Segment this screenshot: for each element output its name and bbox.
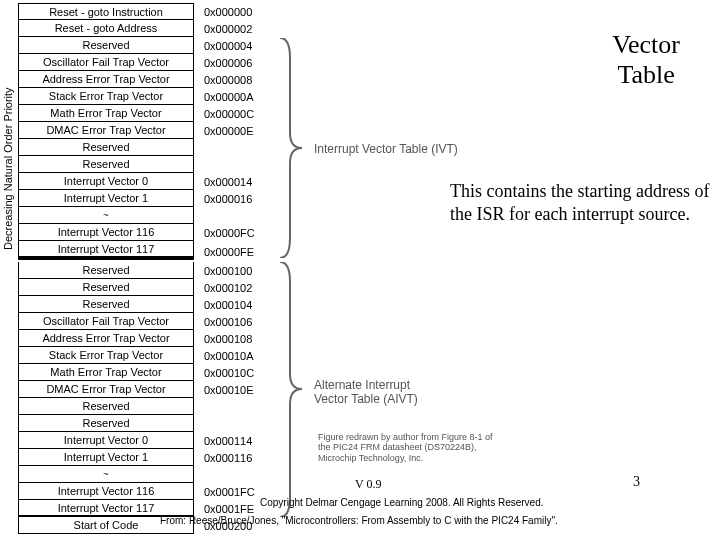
row-label: Reserved	[18, 37, 194, 54]
page-number: 3	[633, 474, 640, 490]
addr	[200, 156, 275, 173]
aivt-label: Alternate Interrupt Vector Table (AIVT)	[314, 378, 418, 407]
row-label: Reserved	[18, 415, 194, 432]
title-line2: Table	[612, 60, 680, 90]
row-label: Interrupt Vector 116	[18, 224, 194, 241]
slide-title: Vector Table	[612, 30, 680, 90]
addr: 0x000100	[200, 262, 275, 279]
addr: 0x000108	[200, 330, 275, 347]
aivt-line1: Alternate Interrupt	[314, 378, 410, 392]
cap2: the PIC24 FRM datasheet (DS70224B),	[318, 442, 498, 452]
addr: 0x00000C	[200, 105, 275, 122]
row-label: Interrupt Vector 0	[18, 173, 194, 190]
addr: 0x000102	[200, 279, 275, 296]
row-label: Interrupt Vector 1	[18, 190, 194, 207]
row-label: Reserved	[18, 262, 194, 279]
addr: 0x000002	[200, 20, 275, 37]
addr: 0x000106	[200, 313, 275, 330]
row-label: Oscillator Fail Trap Vector	[18, 54, 194, 71]
row-ellipsis: ~	[18, 207, 194, 224]
row-label: DMAC Error Trap Vector	[18, 122, 194, 139]
row-label: Interrupt Vector 116	[18, 483, 194, 500]
addr: 0x0000FE	[200, 241, 275, 262]
row-label: Reserved	[18, 156, 194, 173]
axis-label: Decreasing Natural Order Priority	[2, 87, 14, 250]
addr: 0x000004	[200, 37, 275, 54]
vector-table: Reset - goto Instruction Reset - goto Ad…	[18, 3, 196, 534]
row-label: Interrupt Vector 0	[18, 432, 194, 449]
row-ellipsis: ~	[18, 466, 194, 483]
aivt-line2: Vector Table (AIVT)	[314, 392, 418, 406]
version-label: V 0.9	[355, 477, 381, 492]
row-label: Stack Error Trap Vector	[18, 347, 194, 364]
addr: 0x000014	[200, 173, 275, 190]
row-label: Reset - goto Address	[18, 20, 194, 37]
addr: 0x000000	[200, 3, 275, 20]
addr	[200, 207, 275, 224]
addr: 0x00010E	[200, 381, 275, 398]
description-text: This contains the starting address of th…	[450, 180, 710, 225]
cap3: Microchip Technology, Inc.	[318, 453, 498, 463]
addr: 0x00000E	[200, 122, 275, 139]
addr: 0x000006	[200, 54, 275, 71]
brace-icon	[276, 38, 304, 258]
copyright-text: Copyright Delmar Cengage Learning 2008. …	[260, 497, 544, 508]
figure-caption: Figure redrawn by author from Figure 8-1…	[318, 432, 498, 463]
row-label: Interrupt Vector 1	[18, 449, 194, 466]
row-label: Reserved	[18, 398, 194, 415]
address-column: 0x000000 0x000002 0x000004 0x000006 0x00…	[200, 3, 275, 534]
row-label: Oscillator Fail Trap Vector	[18, 313, 194, 330]
title-line1: Vector	[612, 30, 680, 60]
row-label: Address Error Trap Vector	[18, 330, 194, 347]
addr: 0x00000A	[200, 88, 275, 105]
row-label: Reserved	[18, 296, 194, 313]
addr	[200, 139, 275, 156]
addr: 0x00010C	[200, 364, 275, 381]
addr: 0x000116	[200, 449, 275, 466]
brace-icon	[276, 262, 304, 517]
row-label: Stack Error Trap Vector	[18, 88, 194, 105]
addr: 0x000008	[200, 71, 275, 88]
addr	[200, 466, 275, 483]
cap1: Figure redrawn by author from Figure 8-1…	[318, 432, 498, 442]
row-label: Address Error Trap Vector	[18, 71, 194, 88]
addr	[200, 415, 275, 432]
row-label: Reserved	[18, 279, 194, 296]
addr: 0x00010A	[200, 347, 275, 364]
addr: 0x000114	[200, 432, 275, 449]
row-label: Reserved	[18, 139, 194, 156]
row-label: Math Error Trap Vector	[18, 105, 194, 122]
addr	[200, 398, 275, 415]
row-label: DMAC Error Trap Vector	[18, 381, 194, 398]
addr: 0x0000FC	[200, 224, 275, 241]
row-label: Reset - goto Instruction	[18, 3, 194, 20]
addr: 0x000104	[200, 296, 275, 313]
addr: 0x000016	[200, 190, 275, 207]
ivt-label: Interrupt Vector Table (IVT)	[314, 142, 458, 156]
row-label: Interrupt Vector 117	[18, 241, 194, 260]
source-text: From: Reese/Bruce/Jones, "Microcontrolle…	[160, 515, 558, 526]
row-label: Math Error Trap Vector	[18, 364, 194, 381]
